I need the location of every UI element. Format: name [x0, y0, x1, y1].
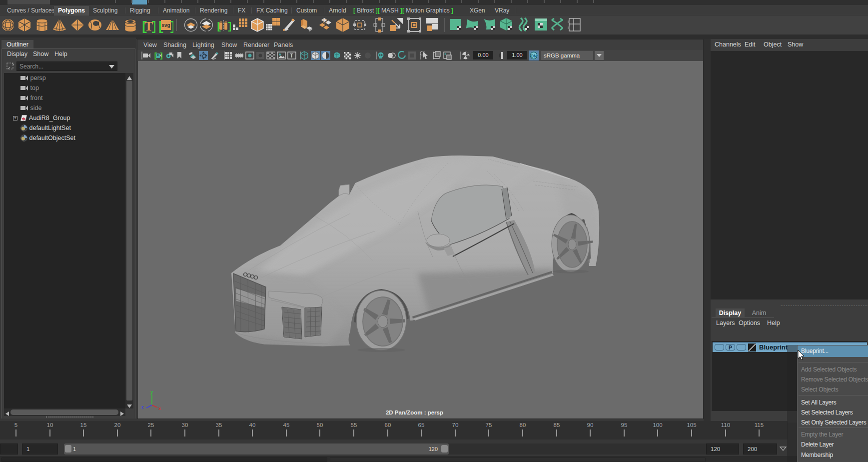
svg-text:z: z	[141, 404, 144, 410]
svg-text:T: T	[290, 52, 293, 58]
svg-text:y: y	[150, 390, 153, 394]
svg-text:]: ]	[227, 21, 231, 32]
svg-text:]: ]	[150, 20, 155, 33]
svg-text:]: ]	[169, 20, 173, 33]
svg-text:]: ]	[159, 52, 163, 60]
svg-text:ON: ON	[531, 54, 537, 58]
